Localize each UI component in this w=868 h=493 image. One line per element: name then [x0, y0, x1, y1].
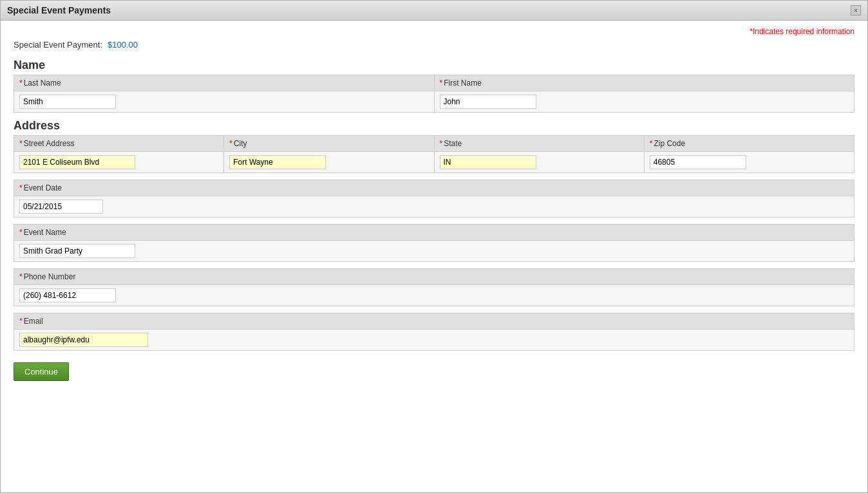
zip-header: *Zip Code — [644, 136, 854, 152]
continue-button[interactable]: Continue — [14, 362, 69, 381]
last-name-cell — [14, 91, 435, 113]
first-name-header: *First Name — [434, 75, 854, 91]
last-name-header: *Last Name — [14, 75, 435, 91]
required-note: *Indicates required information — [14, 27, 854, 36]
phone-input[interactable] — [19, 288, 116, 302]
close-button[interactable]: × — [851, 5, 861, 15]
address-section-title: Address — [14, 119, 854, 133]
email-cell — [14, 330, 854, 351]
window-title: Special Event Payments — [7, 5, 111, 15]
city-header: *City — [224, 136, 434, 152]
zip-input[interactable] — [650, 155, 746, 169]
address-table: *Street Address *City *State *Zip Code — [14, 135, 854, 173]
title-bar: Special Event Payments × — [1, 1, 867, 21]
event-name-cell — [14, 241, 854, 262]
street-cell — [14, 152, 224, 173]
name-table: *Last Name *First Name — [14, 75, 854, 113]
email-header: *Email — [14, 313, 854, 330]
event-date-header: *Event Date — [14, 180, 854, 196]
event-date-input[interactable] — [19, 200, 103, 214]
phone-cell — [14, 285, 854, 306]
state-input[interactable] — [440, 155, 536, 169]
event-date-table: *Event Date — [14, 180, 854, 218]
street-input[interactable] — [19, 155, 135, 169]
state-header: *State — [434, 136, 644, 152]
phone-header: *Phone Number — [14, 269, 854, 285]
payment-row: Special Event Payment: $100.00 — [14, 40, 854, 50]
form-content: *Indicates required information Special … — [1, 21, 867, 394]
street-header: *Street Address — [14, 136, 224, 152]
event-date-cell — [14, 196, 854, 218]
payment-amount: $100.00 — [108, 40, 138, 50]
payment-label: Special Event Payment: — [14, 40, 102, 50]
first-name-cell — [434, 91, 854, 113]
zip-cell — [644, 152, 854, 173]
email-table: *Email — [14, 313, 854, 351]
event-name-input[interactable] — [19, 244, 135, 258]
last-name-input[interactable] — [19, 95, 116, 109]
state-cell — [434, 152, 644, 173]
event-name-header: *Event Name — [14, 225, 854, 241]
city-cell — [224, 152, 434, 173]
first-name-input[interactable] — [440, 95, 536, 109]
city-input[interactable] — [229, 155, 326, 169]
event-name-table: *Event Name — [14, 224, 854, 262]
phone-table: *Phone Number — [14, 268, 854, 306]
email-input[interactable] — [19, 333, 148, 347]
main-window: Special Event Payments × *Indicates requ… — [0, 0, 868, 493]
name-section-title: Name — [14, 59, 854, 72]
